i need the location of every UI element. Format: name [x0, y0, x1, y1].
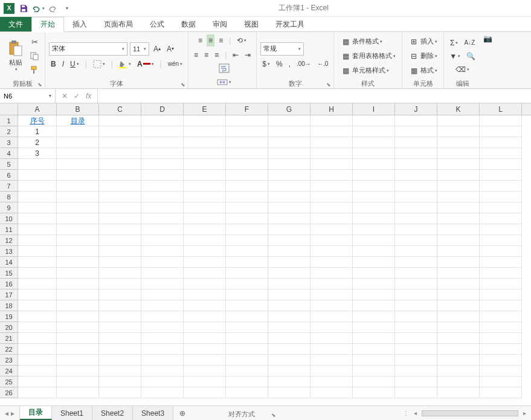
cell[interactable]: [99, 137, 141, 148]
format-painter-icon[interactable]: [28, 64, 41, 76]
cell[interactable]: [141, 181, 184, 192]
cell[interactable]: [480, 257, 522, 268]
row-header[interactable]: 18: [0, 300, 18, 311]
cell[interactable]: [184, 235, 226, 246]
cell[interactable]: [353, 159, 395, 170]
row-header[interactable]: 10: [0, 213, 18, 224]
cell[interactable]: [18, 268, 57, 279]
cell[interactable]: [268, 192, 311, 202]
tab-view[interactable]: 视图: [236, 17, 267, 31]
row-header[interactable]: 9: [0, 202, 18, 213]
cell[interactable]: [184, 289, 226, 300]
cell[interactable]: [268, 289, 311, 300]
sheet-options-icon[interactable]: ⋮: [403, 410, 409, 416]
cell[interactable]: [480, 224, 522, 235]
cell[interactable]: [57, 235, 99, 246]
row-header[interactable]: 24: [0, 366, 18, 376]
cell[interactable]: [99, 126, 141, 137]
formula-input[interactable]: [98, 89, 531, 103]
wrap-text-button[interactable]: [196, 62, 253, 74]
cell[interactable]: [437, 366, 480, 376]
cell[interactable]: [141, 148, 184, 159]
cell[interactable]: [18, 344, 57, 355]
cell[interactable]: [99, 224, 141, 235]
cell[interactable]: [57, 387, 99, 398]
row-header[interactable]: 22: [0, 344, 18, 355]
cell[interactable]: [268, 181, 311, 192]
cell[interactable]: [311, 181, 353, 192]
cell[interactable]: [141, 322, 184, 333]
cell[interactable]: [99, 148, 141, 159]
tab-home[interactable]: 开始: [31, 17, 64, 32]
cell[interactable]: [353, 366, 395, 376]
cell[interactable]: [437, 322, 480, 333]
merge-center-button[interactable]: ▾: [196, 76, 253, 88]
cell[interactable]: [353, 235, 395, 246]
cell[interactable]: [268, 257, 311, 268]
cell[interactable]: [18, 387, 57, 398]
col-header[interactable]: B: [57, 103, 99, 115]
conditional-format-button[interactable]: ▦条件格式▾: [338, 35, 385, 48]
row-header[interactable]: 15: [0, 268, 18, 279]
cell[interactable]: [18, 202, 57, 213]
launcher-icon[interactable]: ⬊: [181, 82, 185, 88]
cell[interactable]: [395, 344, 437, 355]
cell[interactable]: [395, 213, 437, 224]
cell[interactable]: [99, 257, 141, 268]
cell[interactable]: [353, 148, 395, 159]
cell[interactable]: [395, 333, 437, 344]
cell[interactable]: [395, 148, 437, 159]
tab-insert[interactable]: 插入: [64, 17, 95, 31]
cell[interactable]: [395, 366, 437, 376]
cut-icon[interactable]: ✂: [28, 36, 41, 48]
cell[interactable]: [353, 170, 395, 181]
cell[interactable]: [184, 192, 226, 202]
comma-button[interactable]: ,: [287, 58, 292, 70]
camera-icon[interactable]: 📷: [481, 32, 495, 88]
cell[interactable]: [268, 202, 311, 213]
tab-developer[interactable]: 开发工具: [267, 17, 313, 31]
cell[interactable]: [226, 192, 268, 202]
cell[interactable]: [99, 355, 141, 366]
cell[interactable]: [184, 257, 226, 268]
cell[interactable]: [141, 268, 184, 279]
find-button[interactable]: 🔍: [465, 50, 477, 62]
cell[interactable]: [480, 311, 522, 322]
cell[interactable]: [437, 213, 480, 224]
cell[interactable]: [395, 181, 437, 192]
cell[interactable]: [99, 181, 141, 192]
cell[interactable]: [18, 181, 57, 192]
autosum-button[interactable]: Σ▾: [448, 37, 460, 49]
col-header[interactable]: E: [184, 103, 226, 115]
sheet-tab[interactable]: Sheet3: [133, 406, 173, 420]
cell[interactable]: [437, 246, 480, 257]
cell[interactable]: [141, 311, 184, 322]
cell[interactable]: [480, 344, 522, 355]
cell[interactable]: [480, 333, 522, 344]
row-header[interactable]: 8: [0, 192, 18, 202]
cell[interactable]: [268, 322, 311, 333]
cell[interactable]: [18, 235, 57, 246]
cell[interactable]: [57, 333, 99, 344]
cell-styles-button[interactable]: ▦单元格样式▾: [338, 64, 391, 77]
copy-icon[interactable]: [28, 50, 41, 62]
cell[interactable]: [311, 137, 353, 148]
cell[interactable]: [353, 279, 395, 289]
col-header[interactable]: L: [480, 103, 522, 115]
bold-button[interactable]: B: [49, 58, 58, 70]
cell[interactable]: [480, 213, 522, 224]
cell[interactable]: [99, 366, 141, 376]
cell[interactable]: [353, 289, 395, 300]
cell[interactable]: 1: [18, 126, 57, 137]
row-header[interactable]: 2: [0, 126, 18, 137]
cell[interactable]: [268, 344, 311, 355]
hscroll-left-icon[interactable]: ◂: [414, 410, 417, 416]
cell[interactable]: [480, 279, 522, 289]
cell[interactable]: [480, 300, 522, 311]
cell[interactable]: [480, 355, 522, 366]
row-header[interactable]: 14: [0, 257, 18, 268]
cell[interactable]: [141, 279, 184, 289]
col-header[interactable]: G: [268, 103, 311, 115]
cell[interactable]: [353, 344, 395, 355]
cell[interactable]: [184, 224, 226, 235]
